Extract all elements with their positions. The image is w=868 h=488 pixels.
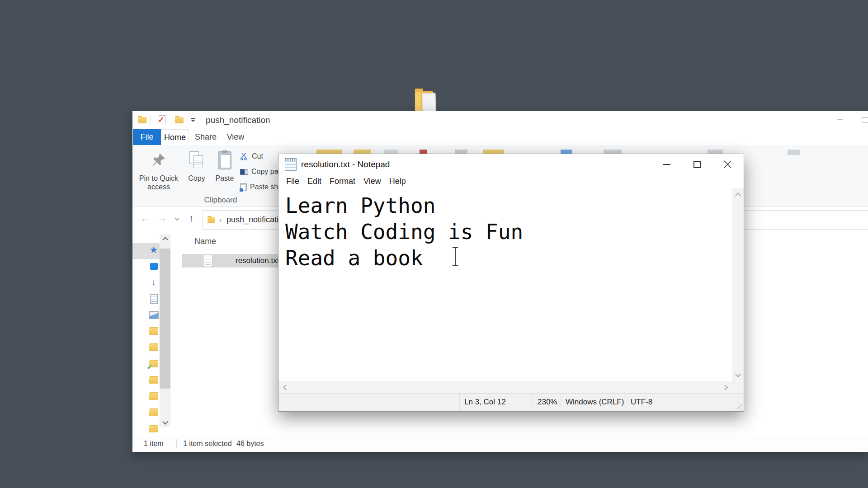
breadcrumb-separator: › (219, 211, 222, 229)
scroll-down-icon[interactable] (160, 416, 170, 427)
button-label: Paste (216, 174, 234, 183)
pin-to-quick-access-button[interactable]: Pin to Quick access (135, 149, 182, 204)
button-label: Copy (188, 174, 205, 183)
ribbon-icon-sliver (788, 150, 800, 155)
tab-home[interactable]: Home (161, 129, 189, 145)
menu-file[interactable]: File (282, 174, 303, 188)
sidebar-item-downloads[interactable] (149, 277, 159, 288)
column-header-name[interactable]: Name (194, 237, 216, 246)
desktop: ✓ push_notification FileHomeShareView (0, 0, 868, 488)
selection-size: 46 bytes (236, 436, 264, 451)
selection-count: 1 item selected (183, 436, 232, 451)
explorer-maximize-button[interactable] (862, 117, 868, 122)
back-button[interactable]: ← (139, 212, 151, 225)
notepad-horizontal-scrollbar[interactable] (278, 381, 732, 393)
notepad-vertical-scrollbar[interactable] (732, 188, 744, 381)
tab-file[interactable]: File (133, 129, 161, 145)
sidebar-item-pictures[interactable] (149, 309, 159, 321)
divider (151, 116, 151, 125)
notepad-minimize-button[interactable] (655, 154, 679, 174)
window-folder-icon (138, 117, 146, 123)
tab-view[interactable]: View (222, 129, 249, 145)
sidebar-item-folder[interactable] (149, 342, 159, 353)
scrollbar-thumb[interactable] (160, 249, 170, 389)
line-ending: Windows (CRLF) (561, 394, 626, 411)
sidebar-selected-highlight (132, 243, 164, 259)
notepad-maximize-button[interactable] (685, 154, 709, 174)
copy-pages-icon (189, 149, 204, 172)
status-spacer (278, 394, 459, 411)
sidebar-item-quick-access-star[interactable] (149, 244, 159, 256)
clipboard-icon (218, 149, 231, 172)
scroll-up-icon[interactable] (160, 234, 170, 245)
notepad-titlebar: resolution.txt - Notepad (278, 154, 744, 174)
close-icon (724, 160, 731, 168)
folder-tab (415, 89, 423, 92)
paste-shortcut-icon (240, 183, 247, 191)
sidebar-item-folder[interactable] (149, 407, 159, 418)
customize-chevron-icon[interactable] (190, 118, 196, 122)
notepad-menubar: FileEditFormatViewHelp (278, 174, 744, 188)
explorer-window-title: push_notification (206, 111, 270, 129)
minimize-icon (663, 164, 670, 165)
menu-help[interactable]: Help (385, 174, 410, 188)
notepad-close-button[interactable] (716, 154, 739, 174)
menu-format[interactable]: Format (326, 174, 359, 188)
copy-path-icon (240, 169, 248, 175)
item-count: 1 item (144, 436, 164, 451)
file-name: resolution.txt (236, 256, 279, 265)
explorer-titlebar: ✓ push_notification (132, 111, 868, 129)
sync-check-icon: ✓ (147, 363, 153, 371)
resize-grip[interactable] (737, 404, 742, 410)
sidebar-item-document[interactable] (149, 293, 159, 305)
scroll-left-icon[interactable] (280, 382, 291, 393)
sidebar-item-folder[interactable] (149, 325, 159, 337)
notepad-text-area[interactable]: Learn PythonWatch Coding is FunRead a bo… (278, 188, 732, 381)
maximize-icon (693, 161, 701, 168)
ibeam-cursor (452, 246, 459, 267)
button-label: Pin to Quick access (135, 174, 182, 191)
explorer-status-bar: 1 item 1 item selected 46 bytes (132, 436, 868, 452)
sidebar-item-onedrive[interactable] (149, 260, 159, 272)
notepad-window-title: resolution.txt - Notepad (301, 154, 390, 174)
text-line: Read a book (285, 245, 732, 271)
sidebar-scrollbar[interactable] (160, 234, 170, 427)
sidebar-item-folder[interactable] (149, 374, 159, 386)
divider (176, 439, 177, 448)
up-button[interactable]: ↑ (185, 212, 198, 225)
new-folder-icon[interactable] (175, 117, 184, 123)
text-file-icon (203, 255, 213, 267)
scroll-right-icon[interactable] (719, 382, 730, 393)
clipboard-group-label: Clipboard (187, 196, 255, 205)
recent-locations-chevron-icon[interactable] (175, 217, 179, 220)
scrollbar-corner (732, 381, 744, 393)
menu-edit[interactable]: Edit (303, 174, 326, 188)
encoding: UTF-8 (626, 394, 744, 411)
sidebar-item-folder[interactable] (149, 423, 159, 435)
sidebar-item-folder-synced[interactable]: ✓ (149, 358, 159, 370)
zoom-level[interactable]: 230% (533, 394, 561, 411)
explorer-minimize-button[interactable] (830, 111, 850, 127)
scroll-up-icon[interactable] (732, 190, 743, 201)
notepad-status-bar: Ln 3, Col 12 230% Windows (CRLF) UTF-8 (278, 393, 744, 411)
tab-share[interactable]: Share (193, 129, 219, 145)
menu-view[interactable]: View (359, 174, 385, 188)
notepad-window: resolution.txt - Notepad FileEditFormatV… (278, 154, 744, 412)
forward-button[interactable]: → (156, 212, 169, 225)
explorer-tab-bar: FileHomeShareView (133, 129, 249, 145)
address-folder-icon (208, 217, 215, 223)
properties-icon[interactable]: ✓ (159, 115, 165, 124)
minimize-icon (837, 119, 843, 120)
sidebar-item-folder[interactable] (149, 390, 159, 402)
notepad-icon (285, 158, 297, 171)
cursor-position: Ln 3, Col 12 (459, 394, 533, 411)
scissors-icon (240, 152, 249, 161)
scroll-down-icon[interactable] (732, 369, 743, 380)
text-line: Learn Python (285, 192, 732, 219)
pushpin-icon (151, 149, 167, 172)
text-line: Watch Coding is Fun (285, 219, 732, 245)
button-label: Cut (252, 152, 263, 160)
